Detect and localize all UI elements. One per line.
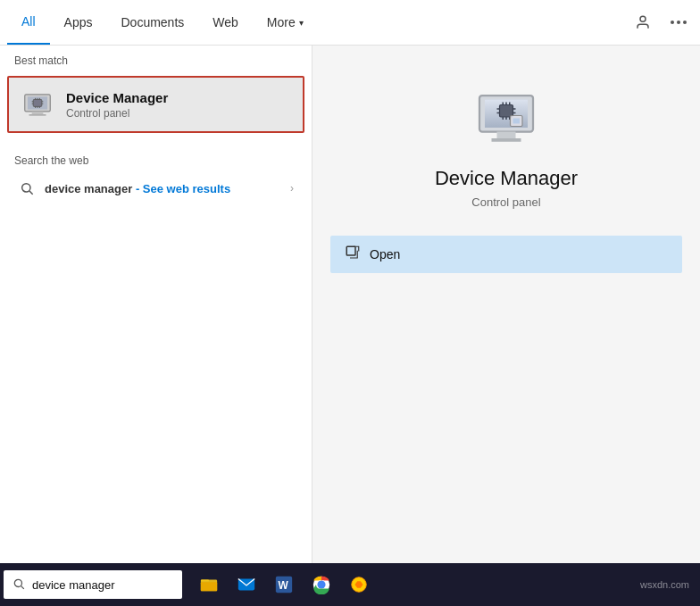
taskbar-games-icon[interactable]: [341, 567, 377, 602]
best-match-name: Device Manager: [66, 90, 168, 105]
svg-point-1: [671, 21, 674, 24]
device-manager-large-icon: [471, 81, 542, 153]
taskbar-search-text: device manager: [32, 578, 115, 592]
tab-web[interactable]: Web: [198, 0, 253, 45]
web-search-item[interactable]: device manager - See web results ›: [14, 172, 297, 204]
right-panel-sub: Control panel: [471, 195, 540, 209]
taskbar: device manager W: [0, 563, 700, 606]
tab-web-label: Web: [212, 15, 238, 29]
svg-rect-39: [346, 246, 355, 255]
right-panel: Device Manager Control panel Open: [312, 46, 700, 563]
open-icon: [345, 245, 361, 264]
open-button[interactable]: Open: [330, 236, 682, 273]
svg-line-41: [21, 585, 24, 588]
web-query-text: device manager: [45, 182, 132, 195]
device-manager-icon: [20, 87, 55, 122]
svg-point-40: [14, 579, 21, 586]
search-web-label: Search the web: [14, 145, 297, 172]
svg-rect-6: [32, 112, 44, 114]
taskbar-mail-icon[interactable]: [229, 567, 264, 602]
left-panel: Best match: [0, 46, 312, 563]
tab-more[interactable]: More ▾: [253, 0, 318, 45]
best-match-text: Device Manager Control panel: [66, 90, 168, 120]
top-nav: All Apps Documents Web More ▾: [0, 0, 700, 46]
svg-point-0: [640, 16, 646, 21]
tab-all[interactable]: All: [7, 0, 50, 45]
svg-point-2: [677, 21, 680, 24]
web-search-text: device manager - See web results: [45, 182, 283, 195]
svg-rect-7: [29, 114, 46, 116]
svg-rect-38: [513, 119, 521, 124]
svg-rect-25: [492, 138, 521, 142]
svg-point-50: [319, 582, 324, 587]
taskbar-right: wsxdn.com: [640, 579, 696, 590]
more-chevron-icon: ▾: [299, 18, 304, 28]
taskbar-word-icon[interactable]: W: [266, 567, 302, 602]
nav-tabs: All Apps Documents Web More ▾: [7, 0, 318, 45]
watermark-text: wsxdn.com: [640, 579, 689, 590]
svg-point-3: [683, 21, 687, 24]
chevron-right-icon: ›: [283, 182, 294, 195]
web-link-text: - See web results: [136, 182, 230, 195]
taskbar-file-explorer-icon[interactable]: [191, 567, 227, 602]
tab-apps[interactable]: Apps: [50, 0, 107, 45]
search-icon: [18, 179, 36, 197]
svg-point-19: [22, 184, 30, 192]
svg-rect-44: [201, 582, 217, 591]
right-panel-title: Device Manager: [435, 167, 578, 190]
best-match-item[interactable]: Device Manager Control panel: [7, 76, 304, 133]
tab-all-label: All: [21, 14, 36, 29]
person-icon-button[interactable]: [629, 8, 657, 37]
taskbar-chrome-icon[interactable]: [304, 567, 339, 602]
taskbar-search[interactable]: device manager: [4, 570, 182, 599]
svg-line-20: [29, 191, 33, 195]
taskbar-search-icon: [12, 577, 25, 593]
main-layout: Best match: [0, 46, 700, 563]
open-label: Open: [370, 247, 400, 261]
best-match-label: Best match: [0, 46, 312, 72]
tab-documents-label: Documents: [121, 15, 184, 29]
best-match-sub: Control panel: [66, 107, 168, 120]
tab-apps-label: Apps: [64, 15, 93, 29]
svg-text:W: W: [279, 579, 289, 592]
svg-rect-8: [33, 99, 42, 106]
tab-more-label: More: [267, 15, 296, 29]
nav-action-icons: [629, 8, 693, 37]
tab-documents[interactable]: Documents: [106, 0, 198, 45]
svg-rect-24: [497, 132, 516, 139]
web-search-section: Search the web device manager - See web …: [0, 137, 312, 210]
ellipsis-icon-button[interactable]: [664, 8, 693, 37]
svg-rect-26: [500, 105, 513, 118]
